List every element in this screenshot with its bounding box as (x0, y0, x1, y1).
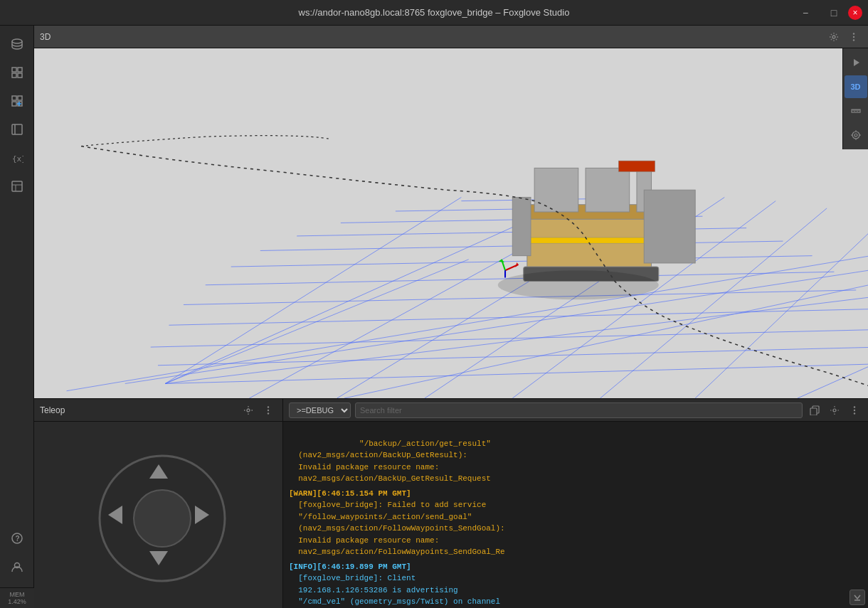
dpad-left-btn[interactable] (97, 496, 134, 533)
main-layout: {x} ? 3D (0, 26, 868, 608)
svg-point-94 (854, 406, 855, 407)
mem-value: 1.42% (8, 598, 26, 605)
svg-point-0 (12, 39, 22, 43)
svg-rect-3 (12, 73, 16, 78)
dpad-right-btn[interactable] (183, 496, 220, 533)
svg-rect-25 (34, 26, 868, 398)
content-area: 3D (34, 26, 868, 608)
titlebar-controls: − □ × (791, 0, 868, 26)
svg-point-82 (268, 406, 269, 407)
log-entry: [WARN][6:46:15.154 PM GMT] [foxglove_bri… (283, 486, 868, 560)
svg-rect-54 (534, 168, 578, 212)
scene-3d-view[interactable]: ↙ (34, 26, 868, 398)
panel-3d-controls (825, 28, 862, 46)
sidebar: {x} ? (0, 26, 34, 608)
panel-teleop-menu-btn[interactable] (260, 402, 277, 419)
svg-point-24 (853, 39, 854, 41)
panel-3d: 3D (34, 26, 868, 398)
log-body[interactable]: "/backup/_action/get_result" (nav2_msgs/… (283, 422, 868, 608)
log-settings-btn[interactable] (827, 402, 842, 418)
svg-text:{x}: {x} (12, 154, 23, 164)
svg-rect-5 (12, 96, 16, 100)
sidebar-item-account[interactable] (4, 554, 30, 580)
svg-point-95 (854, 409, 855, 410)
view-toolbar: 3D (842, 48, 868, 149)
svg-marker-88 (149, 551, 168, 565)
svg-rect-2 (18, 68, 22, 72)
scroll-to-bottom-btn[interactable] (850, 590, 865, 605)
svg-point-76 (854, 134, 857, 137)
dpad (95, 451, 223, 579)
panel-log-header: >=DEBUG >=INFO >=WARN >=ERROR (283, 399, 868, 422)
view-3d-btn[interactable]: 3D (845, 75, 867, 98)
mem-label: MEM (10, 591, 25, 598)
bottom-panels: Teleop (34, 398, 868, 608)
titlebar: ws://andor-nano8gb.local:8765 foxglove_b… (0, 0, 868, 26)
panel-teleop-settings-btn[interactable] (240, 402, 257, 419)
svg-point-22 (853, 33, 854, 34)
log-copy-btn[interactable] (807, 402, 822, 418)
svg-point-84 (268, 412, 269, 414)
log-entry: "/backup/_action/get_result" (nav2_msgs/… (283, 425, 868, 486)
sidebar-item-extensions[interactable] (4, 174, 30, 199)
view-target-btn[interactable] (845, 124, 867, 146)
svg-marker-89 (108, 506, 122, 524)
svg-rect-1 (12, 68, 16, 72)
svg-rect-4 (18, 73, 22, 78)
panel-teleop-title: Teleop (40, 405, 65, 415)
svg-point-86 (134, 490, 191, 547)
svg-rect-92 (810, 408, 817, 415)
svg-rect-59 (512, 197, 531, 255)
mem-indicator: MEM 1.42% (8, 591, 26, 605)
log-entry: [INFO][6:46:19.899 PM GMT] [foxglove_bri… (283, 560, 868, 609)
panel-teleop: Teleop (34, 399, 283, 608)
titlebar-title: ws://andor-nano8gb.local:8765 foxglove_b… (299, 7, 570, 18)
sidebar-item-panel-settings[interactable] (4, 117, 30, 142)
panel-3d-settings-btn[interactable] (825, 28, 842, 46)
sidebar-item-add-panel[interactable] (4, 88, 30, 114)
view-play-btn[interactable] (845, 51, 867, 74)
panel-teleop-header: Teleop (34, 399, 282, 422)
dpad-up-btn[interactable] (140, 454, 177, 491)
sidebar-item-variables[interactable]: {x} (4, 145, 30, 171)
maximize-button[interactable]: □ (820, 0, 848, 26)
status-bar: MEM 1.42% (0, 587, 34, 608)
svg-rect-61 (618, 161, 655, 171)
svg-rect-6 (18, 96, 22, 100)
svg-marker-87 (149, 464, 168, 479)
panel-3d-header: 3D (34, 26, 868, 48)
panel-log: >=DEBUG >=INFO >=WARN >=ERROR (283, 399, 868, 608)
log-menu-btn[interactable] (847, 402, 862, 418)
svg-marker-90 (195, 506, 209, 524)
sidebar-item-help[interactable]: ? (4, 526, 30, 551)
sidebar-item-data-sources[interactable] (4, 31, 30, 57)
svg-point-21 (832, 36, 835, 38)
log-level-select[interactable]: >=DEBUG >=INFO >=WARN >=ERROR (289, 402, 351, 418)
view-ruler-btn[interactable] (845, 100, 867, 122)
svg-text:?: ? (15, 535, 19, 543)
sidebar-item-layouts[interactable] (4, 60, 30, 85)
svg-point-75 (852, 132, 859, 139)
svg-point-83 (268, 409, 269, 410)
svg-rect-55 (586, 168, 630, 212)
dpad-down-btn[interactable] (140, 539, 177, 576)
svg-marker-68 (854, 59, 859, 66)
panel-3d-title: 3D (40, 32, 51, 42)
teleop-body (34, 422, 282, 608)
svg-point-23 (853, 36, 854, 37)
svg-point-93 (833, 409, 836, 412)
svg-point-62 (498, 270, 659, 299)
svg-rect-58 (644, 190, 695, 263)
svg-rect-14 (12, 181, 22, 191)
panel-teleop-controls (240, 402, 277, 419)
panel-3d-menu-btn[interactable] (845, 28, 862, 46)
svg-rect-11 (12, 124, 22, 134)
minimize-button[interactable]: − (791, 0, 820, 26)
svg-rect-7 (12, 102, 16, 106)
log-search-input[interactable] (355, 402, 803, 418)
svg-point-96 (854, 412, 855, 414)
svg-point-81 (247, 409, 250, 412)
close-button[interactable]: × (848, 6, 862, 20)
